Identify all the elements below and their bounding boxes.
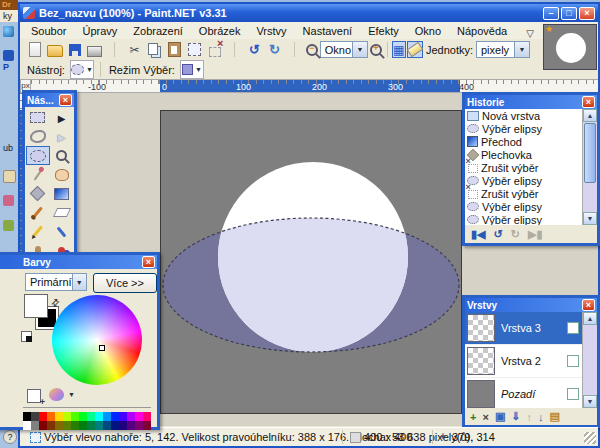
layer-toolbar-button[interactable]: ↓ bbox=[538, 411, 544, 423]
history-nav-button[interactable]: ▶▮ bbox=[528, 228, 543, 241]
layer-toolbar-button[interactable]: + bbox=[470, 411, 476, 423]
zoom-in-button[interactable]: + bbox=[369, 41, 383, 58]
palette-color[interactable] bbox=[143, 421, 151, 430]
toolbar-button[interactable] bbox=[265, 41, 284, 58]
rulers-toggle-button[interactable] bbox=[407, 41, 423, 58]
history-item[interactable]: Výběr elipsy bbox=[467, 174, 583, 187]
palette-color[interactable] bbox=[39, 421, 47, 430]
history-item[interactable]: Zrušit výběr bbox=[467, 187, 583, 200]
tool-button[interactable] bbox=[50, 222, 74, 241]
palette-color[interactable] bbox=[119, 412, 127, 421]
palette-color[interactable] bbox=[31, 421, 39, 430]
zoom-level-combo[interactable]: Okno ▼ bbox=[320, 41, 368, 58]
tool-button[interactable] bbox=[50, 127, 74, 146]
history-item[interactable]: Přechod bbox=[467, 135, 583, 148]
tools-window-titlebar[interactable]: Nás... × bbox=[25, 93, 74, 107]
palette-menu-icon[interactable] bbox=[49, 388, 64, 401]
close-icon[interactable]: × bbox=[59, 94, 72, 106]
layer-toolbar-button[interactable]: ▣ bbox=[495, 410, 505, 423]
palette-color[interactable] bbox=[23, 412, 31, 421]
minimize-button[interactable]: – bbox=[543, 7, 559, 20]
palette-color[interactable] bbox=[79, 421, 87, 430]
history-item[interactable]: Plechovka bbox=[467, 148, 583, 161]
palette-color[interactable] bbox=[127, 412, 135, 421]
toolbar-button[interactable] bbox=[145, 41, 164, 58]
toolbar-button[interactable] bbox=[125, 41, 144, 58]
palette-color[interactable] bbox=[47, 412, 55, 421]
layer-toolbar-button[interactable]: × bbox=[482, 411, 488, 423]
tool-button[interactable] bbox=[26, 222, 50, 241]
palette-color[interactable] bbox=[135, 412, 143, 421]
close-icon[interactable]: × bbox=[582, 299, 595, 311]
image-list-button[interactable]: ▽ bbox=[523, 28, 537, 42]
toolbar-button[interactable] bbox=[165, 41, 184, 58]
menu-item[interactable]: Zobrazení bbox=[125, 23, 191, 39]
layer-row[interactable]: Vrstva 2 bbox=[465, 345, 583, 378]
palette-color[interactable] bbox=[39, 412, 47, 421]
toolbar-button[interactable] bbox=[45, 41, 64, 58]
history-window-titlebar[interactable]: Historie × bbox=[465, 95, 597, 109]
layer-visibility-checkbox[interactable] bbox=[567, 322, 579, 334]
tool-button[interactable] bbox=[50, 203, 74, 222]
toolbar-button[interactable] bbox=[85, 41, 104, 58]
palette-color[interactable] bbox=[135, 421, 143, 430]
palette-color[interactable] bbox=[47, 421, 55, 430]
title-bar[interactable]: Bez_nazvu (100%) - Paint.NET v3.31 – □ × bbox=[20, 4, 598, 22]
palette-color[interactable] bbox=[31, 412, 39, 421]
palette-color[interactable] bbox=[127, 421, 135, 430]
palette-color[interactable] bbox=[111, 421, 119, 430]
layer-toolbar-button[interactable]: ⇓ bbox=[511, 410, 520, 423]
toolbar-button[interactable] bbox=[25, 41, 44, 58]
layers-window-titlebar[interactable]: Vrstvy × bbox=[465, 298, 597, 312]
layer-toolbar-button[interactable]: ↑ bbox=[527, 411, 533, 423]
toolbar-button[interactable] bbox=[105, 41, 124, 58]
menu-item[interactable]: Nápověda bbox=[449, 23, 515, 39]
layer-toolbar-button[interactable]: ▤ bbox=[550, 410, 560, 423]
scroll-up-icon[interactable]: ▲ bbox=[583, 109, 597, 122]
grid-toggle-button[interactable]: ▦ bbox=[392, 41, 406, 58]
toolbar-button[interactable] bbox=[185, 41, 204, 58]
close-button[interactable]: × bbox=[579, 7, 595, 20]
history-item[interactable]: Výběr elipsy bbox=[467, 122, 583, 135]
history-item[interactable]: Zrušit výběr bbox=[467, 161, 583, 174]
color-mode-combo[interactable]: Primární ▼ bbox=[25, 273, 87, 291]
history-scrollbar[interactable]: ▲ ▼ bbox=[582, 109, 597, 225]
menu-item[interactable]: Soubor bbox=[23, 23, 74, 39]
scroll-up-icon[interactable]: ▲ bbox=[583, 312, 597, 325]
palette-color[interactable] bbox=[111, 412, 119, 421]
history-item[interactable]: Výběr elipsy bbox=[467, 200, 583, 213]
palette-color[interactable] bbox=[143, 412, 151, 421]
palette-color[interactable] bbox=[87, 412, 95, 421]
tool-button[interactable] bbox=[26, 165, 50, 184]
palette-color[interactable] bbox=[71, 412, 79, 421]
color-wheel[interactable] bbox=[52, 295, 142, 385]
tool-button[interactable] bbox=[26, 203, 50, 222]
toolbar-button[interactable] bbox=[285, 41, 304, 58]
layer-row[interactable]: Pozadí bbox=[465, 378, 583, 408]
tool-button[interactable] bbox=[50, 146, 74, 165]
layer-visibility-checkbox[interactable] bbox=[567, 388, 579, 400]
palette-color[interactable] bbox=[95, 421, 103, 430]
selection-mode-button[interactable]: ▼ bbox=[180, 60, 204, 79]
units-combo[interactable]: pixely ▼ bbox=[476, 41, 530, 58]
palette-color[interactable] bbox=[95, 412, 103, 421]
tool-button[interactable] bbox=[26, 184, 50, 203]
palette-color[interactable] bbox=[23, 421, 31, 430]
scrollbar-thumb[interactable] bbox=[584, 123, 596, 183]
tool-button[interactable] bbox=[26, 127, 50, 146]
canvas[interactable] bbox=[160, 110, 462, 414]
scroll-down-icon[interactable]: ▼ bbox=[583, 212, 597, 225]
palette-color[interactable] bbox=[55, 412, 63, 421]
add-color-icon[interactable] bbox=[27, 389, 41, 403]
toolbar-button[interactable] bbox=[245, 41, 264, 58]
menu-item[interactable]: Efekty bbox=[360, 23, 407, 39]
colors-window-titlebar[interactable]: Barvy × bbox=[0, 255, 157, 269]
tool-button[interactable] bbox=[50, 108, 74, 127]
tool-button[interactable] bbox=[50, 165, 74, 184]
tool-button[interactable] bbox=[50, 184, 74, 203]
toolbar-button[interactable] bbox=[65, 41, 84, 58]
palette-color[interactable] bbox=[119, 421, 127, 430]
zoom-out-button[interactable]: − bbox=[305, 41, 319, 58]
maximize-button[interactable]: □ bbox=[561, 7, 577, 20]
history-item[interactable]: Výběr elipsy bbox=[467, 213, 583, 225]
